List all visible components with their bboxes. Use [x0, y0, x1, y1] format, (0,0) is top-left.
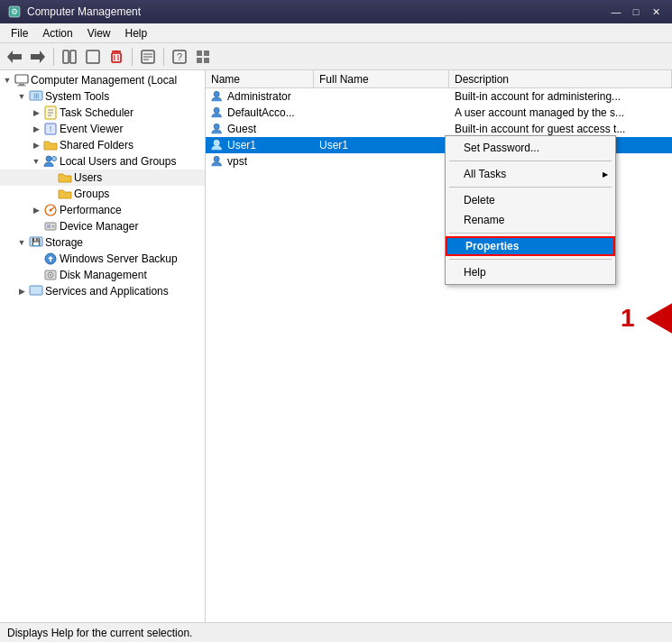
tree-item-users[interactable]: Users	[0, 170, 205, 186]
user-row-defaultacco[interactable]: DefaultAcco... A user account managed by…	[206, 105, 672, 121]
tree-item-disk-management[interactable]: Disk Management	[0, 267, 205, 283]
tree-groups-label: Groups	[74, 186, 109, 202]
tree-item-device-manager[interactable]: Device Manager	[0, 218, 205, 234]
tree-item-windows-backup[interactable]: Windows Server Backup	[0, 251, 205, 267]
device-manager-spacer	[29, 219, 43, 234]
svg-point-48	[214, 91, 219, 96]
performance-expander[interactable]: ▶	[29, 203, 43, 217]
services-icon	[29, 284, 43, 298]
svg-text:?: ?	[177, 51, 182, 62]
annotation-container: 1	[621, 298, 672, 339]
tree-item-groups[interactable]: Groups	[0, 186, 205, 202]
tree-item-event-viewer[interactable]: ▶ ! Event Viewer	[0, 121, 205, 137]
svg-point-40	[52, 225, 55, 228]
svg-point-52	[214, 156, 219, 161]
user-row-administrator[interactable]: Administrator Built-in account for admin…	[206, 88, 672, 105]
menu-action[interactable]: Action	[35, 25, 79, 41]
properties-toolbar-button[interactable]	[137, 46, 159, 68]
user-desc-administrator: Built-in account for administering...	[449, 90, 672, 103]
tree-storage-label: Storage	[45, 234, 83, 251]
ctx-help[interactable]: Help	[446, 262, 615, 282]
tree-users-label: Users	[74, 170, 102, 186]
svg-rect-4	[63, 50, 69, 63]
svg-text:⊞: ⊞	[33, 92, 40, 100]
tree-services-label: Services and Applications	[45, 283, 169, 299]
ctx-sep-4	[449, 259, 612, 260]
svg-marker-3	[31, 50, 45, 63]
col-fullname-header[interactable]: Full Name	[314, 70, 449, 87]
tree-shared-folders-label: Shared Folders	[60, 137, 133, 153]
services-expander[interactable]: ▶	[14, 284, 29, 298]
system-tools-expander[interactable]: ▼	[14, 89, 29, 104]
shared-folders-expander[interactable]: ▶	[29, 138, 43, 152]
tree-item-task-scheduler[interactable]: ▶ Task Scheduler	[0, 105, 205, 121]
ctx-rename[interactable]: Rename	[446, 210, 615, 230]
svg-rect-22	[15, 75, 28, 83]
tree-item-shared-folders[interactable]: ▶ Shared Folders	[0, 137, 205, 153]
disk-expander-empty	[29, 268, 43, 282]
menu-view[interactable]: View	[80, 25, 118, 41]
task-scheduler-expander[interactable]: ▶	[29, 105, 43, 120]
tree-device-manager-label: Device Manager	[60, 218, 138, 234]
local-users-expander[interactable]: ▼	[29, 154, 43, 169]
status-text: Displays Help for the current selection.	[7, 627, 192, 639]
menu-help[interactable]: Help	[118, 25, 155, 41]
user-desc-guest: Built-in account for guest access t...	[449, 123, 672, 135]
svg-point-33	[46, 156, 51, 161]
user-desc-defaultacco: A user account managed by the s...	[449, 106, 672, 119]
menu-file[interactable]: File	[4, 25, 35, 41]
backup-icon	[43, 252, 58, 266]
svg-rect-7	[112, 53, 121, 62]
svg-point-51	[214, 140, 219, 145]
svg-point-34	[52, 157, 57, 161]
toolbar-sep-3	[163, 48, 164, 66]
view-toggle-button[interactable]	[82, 46, 104, 68]
col-name-header[interactable]: Name	[206, 70, 314, 87]
window-controls[interactable]: — □ ✕	[607, 4, 665, 20]
col-desc-header[interactable]: Description	[449, 70, 672, 87]
tree-root[interactable]: ▼ Computer Management (Local	[0, 72, 205, 88]
help-toolbar-button[interactable]: ?	[169, 46, 190, 68]
show-hide-button[interactable]	[59, 46, 80, 68]
shared-folders-icon	[43, 138, 58, 152]
back-button[interactable]	[4, 46, 25, 68]
svg-marker-53	[646, 298, 672, 339]
window-title: Computer Management	[27, 5, 607, 18]
users-expander-empty	[43, 170, 58, 185]
user-fullname-user1: User1	[314, 139, 449, 151]
groups-expander-empty	[43, 187, 58, 201]
tree-panel[interactable]: ▼ Computer Management (Local ▼ ⊞ System …	[0, 70, 206, 622]
ctx-set-password[interactable]: Set Password...	[446, 138, 615, 158]
ctx-sep-2	[449, 187, 612, 188]
root-expander[interactable]: ▼	[0, 73, 14, 87]
tree-item-system-tools[interactable]: ▼ ⊞ System Tools	[0, 88, 205, 105]
close-button[interactable]: ✕	[647, 4, 665, 20]
tree-item-storage[interactable]: ▼ 💾 Storage	[0, 234, 205, 251]
ctx-properties[interactable]: Properties	[446, 236, 615, 256]
ctx-sep-3	[449, 233, 612, 234]
forward-button[interactable]	[27, 46, 49, 68]
storage-expander[interactable]: ▼	[14, 235, 29, 250]
event-viewer-expander[interactable]: ▶	[29, 122, 43, 136]
extra-toolbar-button[interactable]	[192, 46, 214, 68]
maximize-button[interactable]: □	[627, 4, 645, 20]
ctx-delete[interactable]: Delete	[446, 190, 615, 210]
column-header: Name Full Name Description	[206, 70, 672, 88]
tree-backup-label: Windows Server Backup	[60, 251, 178, 267]
svg-rect-20	[197, 58, 202, 63]
minimize-button[interactable]: —	[607, 4, 625, 20]
tree-system-tools-label: System Tools	[45, 88, 109, 105]
delete-toolbar-button[interactable]	[106, 46, 127, 68]
tree-event-viewer-label: Event Viewer	[60, 121, 123, 137]
system-tools-icon: ⊞	[29, 89, 43, 104]
title-bar: ⚙ Computer Management — □ ✕	[0, 0, 672, 23]
tree-performance-label: Performance	[60, 202, 122, 218]
user-name-vpst: vpst	[206, 155, 314, 168]
tree-item-performance[interactable]: ▶ Performance	[0, 202, 205, 218]
tree-item-services[interactable]: ▶ Services and Applications	[0, 283, 205, 299]
tree-item-local-users[interactable]: ▼ Local Users and Groups	[0, 153, 205, 170]
user-name-user1: User1	[206, 139, 314, 151]
ctx-all-tasks[interactable]: All Tasks ▶	[446, 164, 615, 184]
svg-text:💾: 💾	[32, 237, 41, 246]
svg-rect-5	[70, 50, 76, 63]
